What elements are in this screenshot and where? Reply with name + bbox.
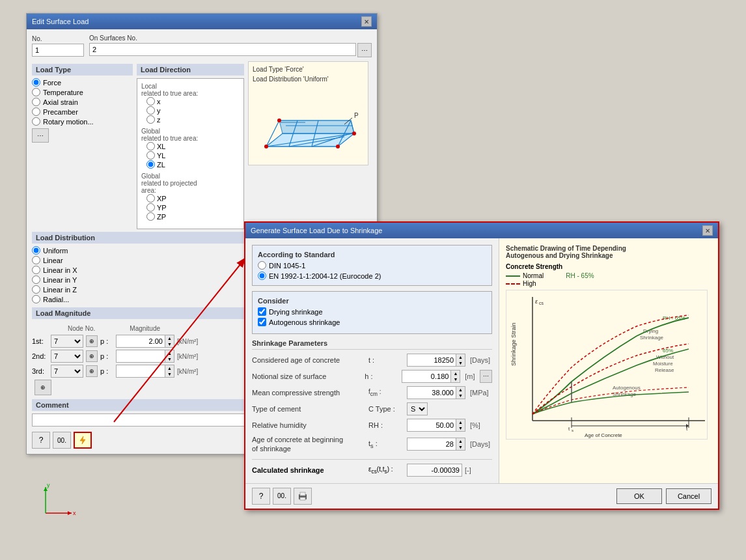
row3-spin-up[interactable]: ▲	[165, 365, 174, 371]
param-size-unit: [m]	[465, 372, 475, 380]
load-type-precamber[interactable]: Precamber	[32, 107, 133, 116]
row1-value-input[interactable]	[116, 335, 165, 348]
dir-zl[interactable]: ZL	[146, 160, 240, 169]
surfaces-input[interactable]	[89, 43, 356, 56]
svg-text:P: P	[354, 112, 359, 119]
param-rh-up[interactable]: ▲	[456, 419, 465, 425]
row3-node-select[interactable]: 7	[51, 365, 83, 378]
row1-node-select[interactable]: 7	[51, 335, 83, 348]
load-type-rotary[interactable]: Rotary motion...	[32, 117, 133, 126]
load-type-section: Load Type Force Temperature Axial strain	[32, 61, 133, 229]
svg-marker-58	[68, 511, 72, 515]
param-ts-label: Age of concrete at beginningof shrinkage	[252, 435, 366, 454]
row3-value-input[interactable]	[116, 365, 165, 378]
param-fcm-input[interactable]	[407, 386, 456, 399]
param-size-up[interactable]: ▲	[451, 371, 460, 376]
local-z[interactable]: z	[146, 115, 240, 124]
row2-spin-down[interactable]: ▼	[165, 356, 174, 362]
row1-spin-down[interactable]: ▼	[165, 341, 174, 347]
standard-din-label: DIN 1045-1	[269, 262, 305, 270]
param-size-browse[interactable]: ⋯	[480, 370, 492, 383]
global-proj-dir-options: XP YP ZP	[146, 194, 240, 221]
help-btn[interactable]: ?	[32, 432, 50, 449]
shrink-dialog-close[interactable]: ✕	[702, 225, 713, 236]
shrink-reset-btn[interactable]: 00.	[273, 488, 291, 505]
dir-xl[interactable]: XL	[146, 142, 240, 150]
row2-value-input[interactable]	[116, 350, 165, 363]
shrink-help-btn[interactable]: ?	[252, 488, 270, 505]
generate-shrink-btn[interactable]	[74, 432, 92, 449]
param-ts-input[interactable]	[407, 438, 456, 451]
surfaces-browse-btn[interactable]: ⋯	[357, 43, 372, 57]
param-fcm-up[interactable]: ▲	[456, 387, 465, 393]
row3-spin-down[interactable]: ▼	[165, 371, 174, 377]
local-dir-options: x y z	[146, 97, 240, 124]
no-input[interactable]	[32, 44, 84, 57]
param-rh-input[interactable]	[407, 419, 456, 432]
shrink-dialog-titlebar: Generate Surface Load Due to Shrinkage ✕	[245, 223, 718, 238]
row3-node-btn[interactable]: ⊕	[86, 365, 98, 377]
row3-spin-group: ▲ ▼	[116, 365, 174, 378]
local-y[interactable]: y	[146, 106, 240, 115]
global-proj-dir-label: Globalrelated to projectedarea:	[141, 173, 240, 194]
chart-title: Schematic Drawing of Time DependingAutog…	[506, 245, 711, 259]
footer-left-btns: ? 00.	[252, 488, 312, 505]
dir-xp[interactable]: XP	[146, 194, 240, 203]
dir-yp[interactable]: YP	[146, 203, 240, 212]
edit-dialog-titlebar: Edit Surface Load ✕	[27, 14, 377, 29]
param-ts-spinbtns: ▲ ▼	[456, 438, 465, 451]
param-cement-select[interactable]: S N R	[407, 402, 428, 415]
ok-btn[interactable]: OK	[616, 488, 662, 504]
structure-preview-svg: P	[253, 88, 364, 161]
dir-zp[interactable]: ZP	[146, 212, 240, 221]
axis-indicator: x y	[39, 481, 78, 521]
param-age-row: Considered age of concrete t : ▲ ▼ [Days…	[252, 354, 492, 367]
param-ts-up[interactable]: ▲	[456, 438, 465, 444]
dir-yl[interactable]: YL	[146, 151, 240, 160]
param-age-input[interactable]	[407, 354, 456, 367]
param-fcm-down[interactable]: ▼	[456, 393, 465, 399]
preview-text2: Load Distribution 'Uniform'	[253, 76, 329, 83]
shrink-print-btn[interactable]	[294, 488, 312, 505]
param-age-up[interactable]: ▲	[456, 354, 465, 360]
row2-node-btn[interactable]: ⊕	[86, 350, 98, 362]
svg-text:Duration of Drying t-t: Duration of Drying t-t	[581, 439, 630, 440]
result-label: Calculated shrinkage	[252, 466, 366, 474]
param-size-down[interactable]: ▼	[451, 376, 460, 382]
param-ts-down[interactable]: ▼	[456, 444, 465, 450]
param-size-input[interactable]	[402, 370, 450, 383]
load-type-browse-btn[interactable]: ⋯	[32, 128, 49, 143]
param-rh-down[interactable]: ▼	[456, 425, 465, 431]
svg-text:65%: 65%	[663, 348, 673, 354]
standard-en[interactable]: EN 1992-1-1:2004-12 (Eurocode 2)	[258, 272, 486, 280]
svg-text:cs: cs	[539, 301, 544, 305]
consider-box: Consider Drying shrinkage Autogenous shr…	[252, 291, 492, 334]
legend-normal: Normal RH - 65%	[506, 272, 711, 279]
consider-drying[interactable]: Drying shrinkage	[258, 307, 486, 316]
local-x[interactable]: x	[146, 97, 240, 105]
load-type-temp[interactable]: Temperature	[32, 88, 133, 96]
reset-btn[interactable]: 00.	[53, 432, 71, 449]
row1-node-btn[interactable]: ⊕	[86, 335, 98, 347]
param-age-down[interactable]: ▼	[456, 360, 465, 366]
param-rh-spin: ▲ ▼	[407, 419, 465, 432]
shrinkage-chart-svg: Shrinkage Strain ε cs Age of Concrete Du…	[506, 290, 708, 440]
load-type-force[interactable]: Force	[32, 78, 133, 87]
standard-din[interactable]: DIN 1045-1	[258, 261, 486, 270]
load-type-temp-label: Temperature	[43, 89, 83, 96]
consider-autogenous[interactable]: Autogenous shrinkage	[258, 318, 486, 326]
row2-node-select[interactable]: 7	[51, 350, 83, 363]
load-type-axial[interactable]: Axial strain	[32, 98, 133, 106]
param-age-spin: ▲ ▼	[407, 354, 465, 367]
row1-p-label: p :	[100, 337, 113, 345]
surfaces-field-group: On Surfaces No. ⋯	[89, 35, 372, 57]
standard-box: According to Standard DIN 1045-1 EN 1992…	[252, 245, 492, 286]
edit-dialog-close[interactable]: ✕	[361, 16, 372, 27]
svg-point-18	[336, 145, 340, 148]
row2-spin-up[interactable]: ▲	[165, 350, 174, 356]
cancel-btn[interactable]: Cancel	[666, 488, 711, 504]
param-ts-symbol: ts :	[368, 440, 404, 449]
row1-spin-up[interactable]: ▲	[165, 335, 174, 341]
add-node-row-btn[interactable]: ⊕	[35, 380, 51, 395]
result-input	[407, 464, 462, 477]
